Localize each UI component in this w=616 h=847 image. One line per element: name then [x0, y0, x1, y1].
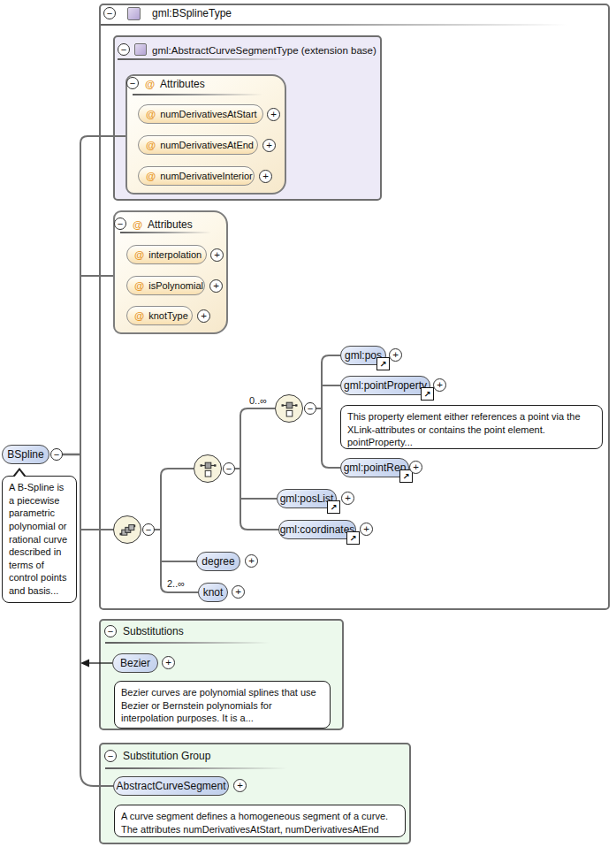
collapse-toggle[interactable]: −	[142, 523, 155, 536]
collapse-toggle[interactable]: −	[104, 750, 117, 762]
expand-toggle[interactable]: +	[267, 108, 280, 121]
element-doc-callout: A curve segment defines a homogeneous se…	[114, 805, 406, 837]
expand-toggle[interactable]: +	[262, 139, 276, 152]
expand-toggle[interactable]: +	[360, 523, 373, 536]
attribute-icon: @	[134, 310, 144, 321]
attribute-pill[interactable]: @ numDerivativeInterior	[138, 166, 255, 186]
minus-glyph: −	[107, 9, 112, 19]
sequence-compositor-icon[interactable]	[113, 515, 141, 544]
attribute-name: numDerivativeInterior	[160, 171, 253, 181]
complex-type-icon	[127, 7, 141, 20]
plus-glyph: +	[413, 462, 419, 473]
element-pill-bezier[interactable]: Bezier	[112, 653, 158, 673]
attribute-icon: @	[145, 79, 155, 89]
attribute-pill[interactable]: @ knotType	[126, 306, 193, 325]
header-separator	[118, 58, 305, 60]
plus-glyph: +	[262, 172, 269, 182]
attribute-name: isPolynomial	[148, 280, 203, 291]
extension-base-title: gml:AbstractCurveSegmentType (extension …	[152, 44, 376, 57]
expand-toggle[interactable]: +	[245, 554, 258, 568]
collapse-toggle[interactable]: −	[114, 217, 126, 230]
minus-glyph: −	[108, 752, 113, 761]
attribute-pill[interactable]: @ numDerivativesAtStart	[138, 104, 263, 124]
header-separator	[120, 232, 219, 233]
attribute-icon: @	[134, 280, 144, 291]
expand-toggle[interactable]: +	[409, 461, 422, 474]
attribute-icon: @	[146, 171, 156, 181]
collapse-toggle[interactable]: −	[104, 625, 117, 637]
reference-arrow-icon[interactable]: ↗	[327, 500, 340, 514]
collapse-toggle[interactable]: −	[223, 462, 235, 475]
attribute-pill[interactable]: @ isPolynomial	[126, 276, 205, 295]
collapse-toggle[interactable]: −	[103, 7, 116, 19]
attribute-name: interpolation	[148, 249, 202, 260]
collapse-toggle[interactable]: −	[118, 43, 130, 56]
choice-compositor-icon[interactable]	[275, 394, 303, 423]
plus-glyph: +	[213, 281, 219, 292]
schema-diagram: − gml:BSplineType − gml:AbstractCurveSeg…	[0, 0, 616, 847]
element-pill-pointrep[interactable]: gml:pointRep ↗	[340, 458, 409, 477]
element-name: degree	[202, 555, 234, 568]
expand-toggle[interactable]: +	[209, 279, 223, 293]
element-pill-bspline[interactable]: BSpline	[2, 445, 49, 464]
attribute-name: numDerivativesAtStart	[160, 109, 256, 119]
minus-glyph: −	[108, 627, 113, 637]
sequence-glyph	[119, 522, 136, 538]
expand-toggle[interactable]: +	[389, 348, 402, 362]
plus-glyph: +	[237, 781, 243, 791]
attribute-name: numDerivativesAtEnd	[160, 140, 254, 150]
element-pill-knot[interactable]: knot	[198, 583, 228, 602]
expand-toggle[interactable]: +	[259, 170, 272, 183]
plus-glyph: +	[392, 350, 399, 361]
collapse-toggle[interactable]: −	[50, 448, 63, 461]
attribute-pill[interactable]: @ interpolation	[126, 245, 207, 264]
element-name: gml:pointProperty	[344, 379, 427, 392]
element-pill-pointproperty[interactable]: gml:pointProperty ↗	[340, 376, 430, 395]
expand-toggle[interactable]: +	[233, 779, 247, 792]
doc-text: Bezier curves are polynomial splines tha…	[121, 687, 316, 723]
expand-toggle[interactable]: +	[232, 585, 245, 599]
attributes-title: Attributes	[148, 218, 193, 232]
element-pill-pos[interactable]: gml:pos ↗	[340, 346, 386, 365]
choice-compositor-icon[interactable]	[194, 454, 222, 483]
plus-glyph: +	[165, 658, 171, 668]
element-pill-abstractcurvesegment[interactable]: AbstractCurveSegment	[113, 776, 229, 796]
substitutions-title: Substitutions	[123, 625, 184, 638]
reference-arrow-icon[interactable]: ↗	[376, 357, 390, 370]
element-name: gml:pointRep	[344, 462, 407, 474]
minus-glyph: −	[146, 525, 151, 535]
attribute-icon: @	[133, 219, 142, 230]
substitution-arrow-head	[80, 660, 89, 668]
attribute-icon: @	[134, 249, 144, 260]
attribute-pill[interactable]: @ numDerivativesAtEnd	[138, 135, 258, 155]
plus-glyph: +	[345, 493, 351, 504]
element-pill-coordinates[interactable]: gml:coordinates ↗	[278, 520, 356, 539]
collapse-toggle[interactable]: −	[304, 402, 316, 415]
doc-text: This property element either references …	[347, 411, 581, 447]
plus-glyph: +	[214, 250, 220, 261]
expand-toggle[interactable]: +	[341, 492, 354, 505]
ne-arrow-glyph: ↗	[350, 533, 357, 543]
cardinality-label: 0..∞	[249, 395, 267, 406]
expand-toggle[interactable]: +	[197, 309, 210, 323]
header-separator	[105, 767, 303, 769]
header-separator	[105, 642, 284, 644]
minus-glyph: −	[54, 450, 59, 460]
expand-toggle[interactable]: +	[433, 378, 446, 392]
plus-glyph: +	[235, 587, 241, 598]
reference-arrow-icon[interactable]: ↗	[346, 531, 360, 545]
expand-toggle[interactable]: +	[210, 248, 224, 262]
element-pill-poslist[interactable]: gml:posList ↗	[277, 489, 337, 508]
element-pill-degree[interactable]: degree	[196, 552, 240, 571]
plus-glyph: +	[437, 380, 443, 391]
plus-glyph: +	[266, 141, 272, 151]
minus-glyph: −	[130, 79, 135, 88]
choice-glyph	[281, 401, 298, 417]
element-name: BSpline	[7, 448, 43, 461]
doc-text: A B-Spline is a piecewise parametric pol…	[9, 482, 67, 596]
attribute-name: knotType	[148, 310, 188, 321]
expand-toggle[interactable]: +	[162, 656, 175, 669]
reference-arrow-icon[interactable]: ↗	[421, 387, 434, 401]
plus-glyph: +	[248, 556, 255, 567]
collapse-toggle[interactable]: −	[126, 77, 139, 89]
